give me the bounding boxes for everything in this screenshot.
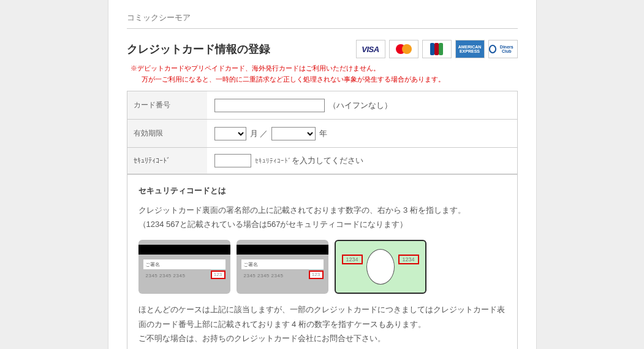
security-code-row: ｾｷｭﾘﾃｨｺｰﾄﾞ ｾｷｭﾘﾃｨｺｰﾄﾞを入力してください — [127, 148, 517, 174]
jcb-logo-icon — [422, 40, 452, 58]
security-code-hint: ｾｷｭﾘﾃｨｺｰﾄﾞを入力してください — [255, 155, 363, 166]
cvv-4digit-mark-icon: 1234 — [342, 255, 363, 264]
security-code-info: セキュリティコードとは クレジットカード裏面の署名部の上に記載されております数字… — [127, 174, 518, 349]
security-code-label: ｾｷｭﾘﾃｨｺｰﾄﾞ — [127, 148, 207, 174]
cvv-3digit-mark-icon: 123 — [309, 270, 324, 279]
info-note: ほとんどのケースは上記に該当しますが、一部のクレジットカードにつきましてはクレジ… — [138, 302, 506, 331]
expiry-cell: 月 ／ 年 — [207, 120, 517, 147]
card-front-diagram: 1234 1234 — [335, 240, 426, 294]
expiry-row: 有効期限 月 ／ 年 — [127, 120, 517, 148]
expiry-month-suffix: 月 ／ — [250, 128, 268, 139]
warning-line-2: 万が一ご利用になると、一時的に二重請求など正しく処理されない事象が発生する場合が… — [131, 74, 518, 85]
card-number-row: カード番号 （ハイフンなし） — [127, 91, 517, 120]
card-number-cell: （ハイフンなし） — [207, 91, 517, 119]
card-form: カード番号 （ハイフンなし） 有効期限 月 ／ 年 ｾｷｭﾘﾃｨｺｰﾄﾞ ｾｷｭ… — [127, 91, 518, 174]
expiry-year-select[interactable] — [271, 127, 316, 140]
site-name: コミックシーモア — [127, 12, 518, 29]
card-brand-logos: VISA AMERICAN EXPRESS Diners Club — [356, 40, 518, 58]
warning-line-1: ※デビットカードやプリペイドカード、海外発行カードはご利用いただけません。 — [131, 63, 518, 74]
visa-logo-icon: VISA — [356, 40, 385, 58]
card-back-diagram-1: ご署名 2345 2345 2345 123 — [138, 240, 230, 294]
page-title: クレジットカード情報の登録 — [127, 42, 270, 56]
card-number-label: カード番号 — [127, 91, 207, 119]
cvv-4digit-mark-icon: 1234 — [398, 255, 419, 264]
page-container: コミックシーモア クレジットカード情報の登録 VISA AMERICAN EXP… — [108, 0, 537, 349]
cvv-3digit-mark-icon: 123 — [211, 270, 225, 279]
security-code-cell: ｾｷｭﾘﾃｨｺｰﾄﾞを入力してください — [207, 148, 517, 174]
card-number-hint: （ハイフンなし） — [328, 100, 392, 111]
card-number-input[interactable] — [214, 99, 325, 112]
info-example: （1234 567と記載されている場合は567がセキュリティコードになります） — [138, 217, 506, 231]
expiry-month-select[interactable] — [214, 127, 246, 140]
info-note-2: ご不明な場合は、お持ちのクレジットカード会社にお問合せ下さい。 — [138, 331, 506, 345]
security-code-input[interactable] — [214, 154, 251, 167]
info-title: セキュリティコードとは — [138, 183, 506, 198]
card-diagrams: ご署名 2345 2345 2345 123 ご署名 2345 2345 234… — [138, 240, 506, 294]
card-back-diagram-2: ご署名 2345 2345 2345 123 — [237, 240, 328, 294]
mastercard-logo-icon — [389, 40, 419, 58]
diners-logo-icon: Diners Club — [488, 40, 518, 58]
warning-text: ※デビットカードやプリペイドカード、海外発行カードはご利用いただけません。 万が… — [131, 63, 518, 85]
expiry-label: 有効期限 — [127, 120, 207, 147]
info-desc: クレジットカード裏面の署名部の上に記載されております数字の、右から 3 桁を指し… — [138, 203, 506, 217]
amex-logo-icon: AMERICAN EXPRESS — [455, 40, 485, 58]
header-row: クレジットカード情報の登録 VISA AMERICAN EXPRESS Dine… — [127, 40, 518, 58]
expiry-year-suffix: 年 — [319, 128, 327, 139]
